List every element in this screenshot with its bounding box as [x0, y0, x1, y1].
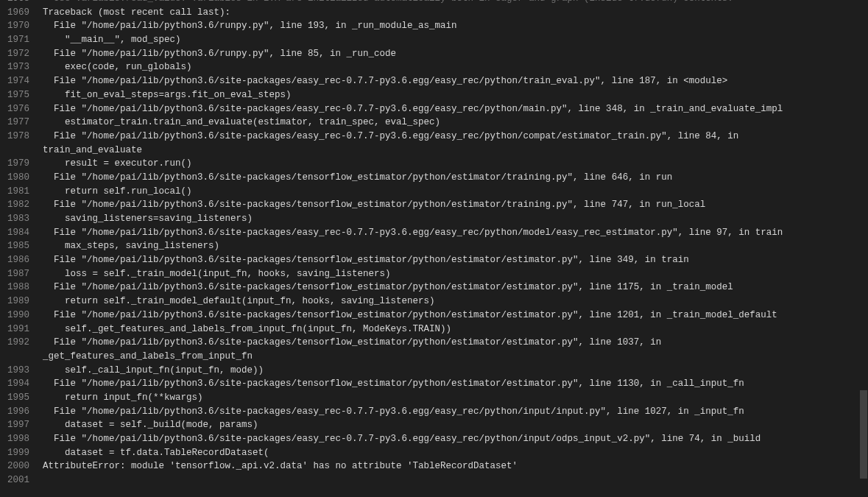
line-number: 1977	[0, 116, 29, 130]
code-line: return self._train_model_default(input_f…	[43, 295, 868, 309]
code-line: loss = self._train_model(input_fn, hooks…	[43, 267, 868, 281]
line-number: 1968	[0, 0, 29, 6]
line-number-gutter: 1968196919701971197219731974197519761977…	[0, 0, 43, 497]
code-line: File "/home/pai/lib/python3.6/site-packa…	[43, 226, 868, 240]
line-number: 1972	[0, 47, 29, 61]
code-line: self._get_features_and_labels_from_input…	[43, 322, 868, 336]
code-line: train_and_evaluate	[43, 144, 868, 158]
line-number: 1985	[0, 239, 29, 253]
code-line: Traceback (most recent call last):	[43, 6, 868, 20]
line-number: 1995	[0, 391, 29, 405]
line-number: 1991	[0, 322, 29, 336]
line-number: 1976	[0, 102, 29, 116]
line-number: 1986	[0, 253, 29, 267]
line-number: 2000	[0, 459, 29, 473]
code-line: File "/home/pai/lib/python3.6/site-packa…	[43, 432, 868, 446]
line-number: 1987	[0, 267, 29, 281]
code-line: File "/home/pai/lib/python3.6/runpy.py",…	[43, 47, 868, 61]
line-number: 1975	[0, 88, 29, 102]
code-line: estimator_train.train_and_evaluate(estim…	[43, 116, 868, 130]
line-number: 1969	[0, 6, 29, 20]
code-line: File "/home/pai/lib/python3.6/site-packa…	[43, 309, 868, 322]
code-line	[43, 473, 868, 487]
vertical-scrollbar[interactable]	[858, 0, 868, 497]
line-number: 1993	[0, 364, 29, 378]
line-number: 1999	[0, 446, 29, 460]
code-line: return self.run_local()	[43, 185, 868, 199]
code-line: File "/home/pai/lib/python3.6/site-packa…	[43, 405, 868, 419]
line-number: 1979	[0, 157, 29, 171]
line-number: 1994	[0, 377, 29, 391]
code-line: saving_listeners=saving_listeners)	[43, 212, 868, 226]
editor-container[interactable]: 1968196919701971197219731974197519761977…	[0, 0, 868, 497]
line-number: 1971	[0, 33, 29, 47]
line-number: 1981	[0, 185, 29, 199]
line-number: 1992	[0, 336, 29, 350]
line-number: 1990	[0, 309, 29, 322]
line-number: 1998	[0, 432, 29, 446]
code-line: File "/home/pai/lib/python3.6/site-packa…	[43, 171, 868, 185]
line-number: 2001	[0, 473, 29, 487]
line-number: 1983	[0, 212, 29, 226]
line-number: 1984	[0, 226, 29, 240]
code-line: return input_fn(**kwargs)	[43, 391, 868, 405]
line-number: 1980	[0, 171, 29, 185]
code-line: File "/home/pai/lib/python3.6/site-packa…	[43, 198, 868, 212]
line-number: 1982	[0, 198, 29, 212]
code-line: dataset = tf.data.TableRecordDataset(	[43, 446, 868, 460]
code-line: File "/home/pai/lib/python3.6/site-packa…	[43, 336, 868, 350]
code-line: File "/home/pai/lib/python3.6/site-packa…	[43, 281, 868, 295]
code-line: File "/home/pai/lib/python3.6/site-packa…	[43, 130, 868, 144]
code-line: dataset = self._build(mode, params)	[43, 418, 868, 432]
code-line: File "/home/pai/lib/python3.6/site-packa…	[43, 377, 868, 391]
code-area[interactable]: Use Variable.read_value. Variables in 2.…	[43, 0, 868, 497]
line-number: 1988	[0, 281, 29, 295]
code-line: fit_on_eval_steps=args.fit_on_eval_steps…	[43, 88, 868, 102]
code-line: exec(code, run_globals)	[43, 60, 868, 74]
line-number: 1978	[0, 130, 29, 144]
code-line: max_steps, saving_listeners)	[43, 239, 868, 253]
line-number: 1997	[0, 418, 29, 432]
line-number: 1974	[0, 74, 29, 88]
code-line: File "/home/pai/lib/python3.6/runpy.py",…	[43, 19, 868, 33]
code-line: _get_features_and_labels_from_input_fn	[43, 350, 868, 364]
code-line: File "/home/pai/lib/python3.6/site-packa…	[43, 102, 868, 116]
code-line: AttributeError: module 'tensorflow._api.…	[43, 459, 868, 473]
code-line: result = executor.run()	[43, 157, 868, 171]
code-line: Use Variable.read_value. Variables in 2.…	[43, 0, 868, 6]
code-line: self._call_input_fn(input_fn, mode))	[43, 364, 868, 378]
line-number: 1970	[0, 19, 29, 33]
line-number: 1973	[0, 60, 29, 74]
code-line: "__main__", mod_spec)	[43, 33, 868, 47]
line-number: 1996	[0, 405, 29, 419]
line-number: 1989	[0, 295, 29, 309]
scrollbar-thumb[interactable]	[860, 390, 867, 479]
code-line: File "/home/pai/lib/python3.6/site-packa…	[43, 74, 868, 88]
code-line: File "/home/pai/lib/python3.6/site-packa…	[43, 253, 868, 267]
